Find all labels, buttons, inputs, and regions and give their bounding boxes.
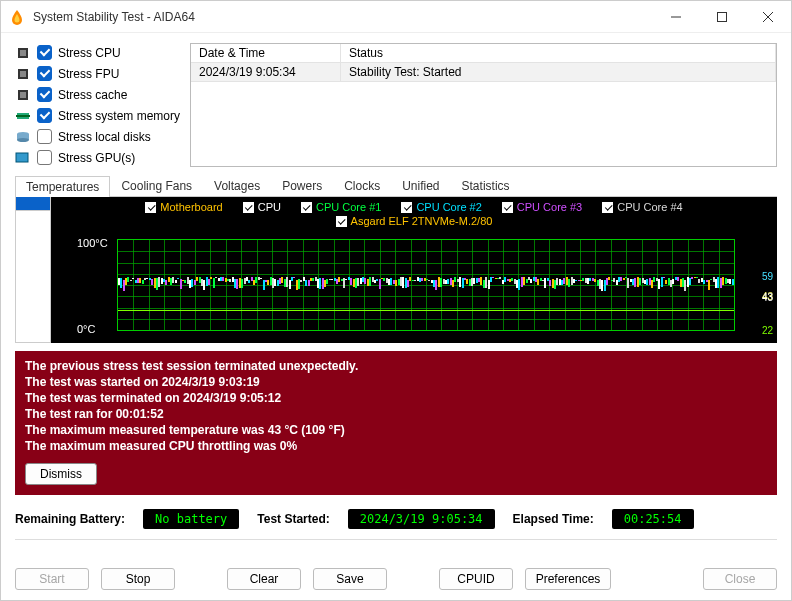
hardware-icon	[15, 45, 31, 61]
stress-label: Stress GPU(s)	[58, 151, 135, 165]
log-cell-datetime: 2024/3/19 9:05:34	[191, 63, 341, 82]
stress-label: Stress local disks	[58, 130, 151, 144]
stress-checkbox[interactable]	[37, 150, 52, 165]
stress-label: Stress FPU	[58, 67, 119, 81]
tab-clocks[interactable]: Clocks	[333, 175, 391, 196]
log-cell-status: Stability Test: Started	[341, 63, 776, 82]
tab-voltages[interactable]: Voltages	[203, 175, 271, 196]
tab-powers[interactable]: Powers	[271, 175, 333, 196]
chart-tabs: TemperaturesCooling FansVoltagesPowersCl…	[15, 175, 777, 197]
started-label: Test Started:	[257, 512, 329, 526]
tab-cooling-fans[interactable]: Cooling Fans	[110, 175, 203, 196]
legend-item[interactable]: CPU Core #1	[301, 201, 381, 213]
hardware-icon	[15, 87, 31, 103]
stress-option: Stress CPU	[15, 43, 180, 62]
tab-unified[interactable]: Unified	[391, 175, 450, 196]
log-header-status: Status	[341, 44, 776, 63]
tab-temperatures[interactable]: Temperatures	[15, 176, 110, 197]
warning-line: The previous stress test session termina…	[25, 359, 767, 373]
hardware-icon	[15, 66, 31, 82]
stress-checkbox[interactable]	[37, 45, 52, 60]
svg-rect-5	[20, 50, 26, 56]
y-axis-max: 100°C	[77, 237, 108, 249]
svg-rect-7	[20, 71, 26, 77]
legend-item[interactable]: CPU Core #2	[401, 201, 481, 213]
elapsed-label: Elapsed Time:	[513, 512, 594, 526]
save-button[interactable]: Save	[313, 568, 387, 590]
legend-label: Asgard ELF 2TNVMe-M.2/80	[351, 215, 493, 227]
battery-label: Remaining Battery:	[15, 512, 125, 526]
tab-statistics[interactable]: Statistics	[451, 175, 521, 196]
stress-options: Stress CPUStress FPUStress cacheStress s…	[15, 43, 180, 167]
clear-button[interactable]: Clear	[227, 568, 301, 590]
legend-label: CPU Core #2	[416, 201, 481, 213]
stress-option: Stress local disks	[15, 127, 180, 146]
maximize-button[interactable]	[699, 1, 745, 33]
action-buttons: Start Stop Clear Save CPUID Preferences …	[1, 562, 791, 600]
hardware-icon	[15, 129, 31, 145]
plot-area	[117, 239, 735, 331]
hardware-icon	[15, 150, 31, 166]
app-window: System Stability Test - AIDA64 Stress CP…	[0, 0, 792, 601]
y-axis-min: 0°C	[77, 323, 95, 335]
series-value-label: 22	[762, 325, 773, 336]
stress-label: Stress CPU	[58, 46, 121, 60]
stress-option: Stress GPU(s)	[15, 148, 180, 167]
stress-checkbox[interactable]	[37, 108, 52, 123]
stress-label: Stress system memory	[58, 109, 180, 123]
warning-line: The test ran for 00:01:52	[25, 407, 767, 421]
close-button[interactable]: Close	[703, 568, 777, 590]
svg-rect-11	[16, 115, 30, 117]
legend-label: Motherboard	[160, 201, 222, 213]
warning-panel: The previous stress test session termina…	[15, 351, 777, 495]
sensor-list-strip[interactable]	[15, 197, 51, 343]
series-value-label: 59	[762, 271, 773, 282]
stress-option: Stress FPU	[15, 64, 180, 83]
event-log: Date & Time Status 2024/3/19 9:05:34 Sta…	[190, 43, 777, 167]
stress-checkbox[interactable]	[37, 66, 52, 81]
started-value: 2024/3/19 9:05:34	[348, 509, 495, 529]
hardware-icon	[15, 108, 31, 124]
legend-item[interactable]: CPU Core #3	[502, 201, 582, 213]
log-header-datetime: Date & Time	[191, 44, 341, 63]
sensor-selected-indicator	[16, 197, 50, 211]
warning-line: The test was terminated on 2024/3/19 9:0…	[25, 391, 767, 405]
log-row[interactable]: 2024/3/19 9:05:34 Stability Test: Starte…	[191, 63, 776, 82]
minimize-button[interactable]	[653, 1, 699, 33]
stress-checkbox[interactable]	[37, 87, 52, 102]
stop-button[interactable]: Stop	[101, 568, 175, 590]
app-icon	[9, 9, 25, 25]
warning-line: The maximum measured CPU throttling was …	[25, 439, 767, 453]
start-button[interactable]: Start	[15, 568, 89, 590]
status-bar: Remaining Battery: No battery Test Start…	[15, 509, 777, 529]
titlebar: System Stability Test - AIDA64	[1, 1, 791, 33]
svg-rect-1	[718, 12, 727, 21]
legend-checkbox-icon	[336, 216, 347, 227]
temperature-chart: MotherboardCPUCPU Core #1CPU Core #2CPU …	[51, 197, 777, 343]
legend-checkbox-icon	[401, 202, 412, 213]
preferences-button[interactable]: Preferences	[525, 568, 611, 590]
close-window-button[interactable]	[745, 1, 791, 33]
stress-option: Stress cache	[15, 85, 180, 104]
dismiss-button[interactable]: Dismiss	[25, 463, 97, 485]
svg-rect-9	[20, 92, 26, 98]
legend-item[interactable]: CPU Core #4	[602, 201, 682, 213]
stress-label: Stress cache	[58, 88, 127, 102]
legend-item[interactable]: Motherboard	[145, 201, 222, 213]
legend-checkbox-icon	[502, 202, 513, 213]
legend-checkbox-icon	[602, 202, 613, 213]
legend-label: CPU Core #4	[617, 201, 682, 213]
battery-value: No battery	[143, 509, 239, 529]
legend-checkbox-icon	[243, 202, 254, 213]
elapsed-value: 00:25:54	[612, 509, 694, 529]
svg-rect-15	[16, 153, 28, 162]
svg-point-14	[17, 138, 29, 142]
stress-checkbox[interactable]	[37, 129, 52, 144]
warning-line: The test was started on 2024/3/19 9:03:1…	[25, 375, 767, 389]
legend-item[interactable]: CPU	[243, 201, 281, 213]
legend-checkbox-icon	[301, 202, 312, 213]
warning-line: The maximum measured temperature was 43 …	[25, 423, 767, 437]
cpuid-button[interactable]: CPUID	[439, 568, 513, 590]
legend-item[interactable]: Asgard ELF 2TNVMe-M.2/80	[336, 215, 493, 227]
stress-option: Stress system memory	[15, 106, 180, 125]
